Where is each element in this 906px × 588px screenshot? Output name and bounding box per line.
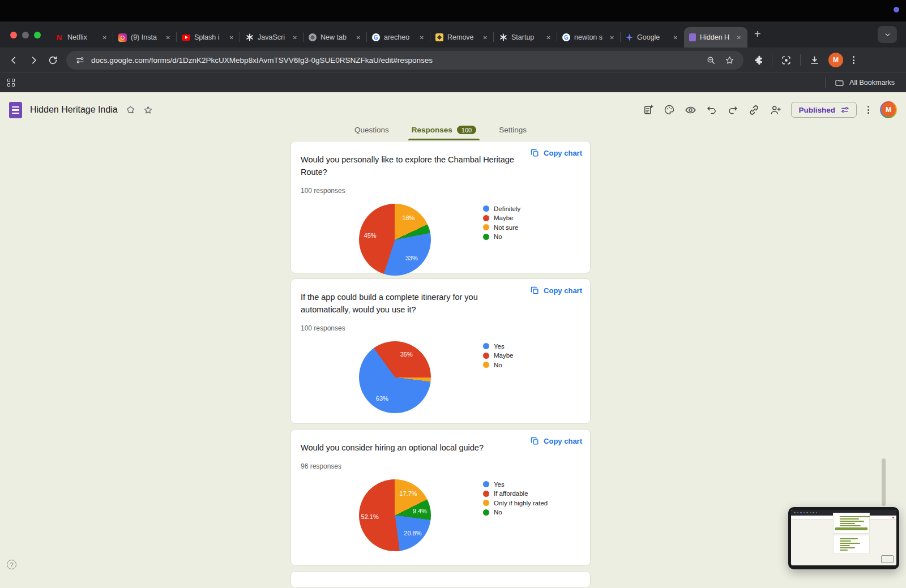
browser-tab-arecheo[interactable]: Garecheo✕: [367, 27, 430, 48]
copy-chart-button[interactable]: Copy chart: [530, 436, 582, 446]
tab-close-button[interactable]: ✕: [101, 33, 108, 42]
close-window-button[interactable]: [10, 32, 17, 38]
chart-legend: YesIf affordableOnly if highly ratedNo: [483, 481, 548, 551]
add-ons-button[interactable]: [643, 104, 654, 115]
tab-settings[interactable]: Settings: [498, 119, 528, 140]
forms-header-actions: Published M: [643, 101, 897, 118]
legend-label: No: [494, 509, 502, 516]
browser-tab-javascri[interactable]: JavaScri✕: [240, 27, 304, 48]
tab-close-button[interactable]: ✕: [736, 33, 742, 42]
legend-item: No: [483, 362, 514, 368]
screen-share-preview-window[interactable]: [788, 507, 899, 569]
move-to-folder-button[interactable]: [126, 105, 135, 115]
bookmark-star-button[interactable]: [725, 55, 734, 65]
browser-tab-netflix[interactable]: NNetflix✕: [50, 27, 113, 48]
browser-tab-bar: NNetflix✕(9) Insta✕Splash i✕JavaScri✕New…: [0, 22, 906, 48]
chart-row: 17.7%9.4%20.8%52.1% YesIf affordableOnly…: [301, 479, 581, 551]
legend-item: Yes: [483, 481, 548, 488]
help-button[interactable]: ?: [7, 560, 16, 569]
zoom-window-button[interactable]: [34, 32, 41, 38]
redo-button[interactable]: [727, 104, 738, 115]
apps-grid-button[interactable]: [7, 79, 15, 87]
tab-label: New tab: [320, 33, 353, 41]
site-info-icon[interactable]: [75, 55, 85, 65]
tab-close-button[interactable]: ✕: [228, 33, 235, 42]
google-forms-logo-icon[interactable]: [9, 102, 22, 118]
preview-record-dot: [892, 517, 894, 518]
back-button[interactable]: [8, 54, 20, 66]
url-bar[interactable]: docs.google.com/forms/d/1DznK2PkcUXMebp8…: [66, 51, 743, 70]
chevron-down-icon: [884, 31, 891, 38]
legend-color-dot: [483, 234, 489, 240]
tab-label: Remove: [447, 33, 480, 41]
legend-item: No: [483, 509, 548, 516]
add-collaborators-button[interactable]: [770, 104, 781, 116]
tab-label: Hidden H: [700, 33, 733, 41]
tab-close-button[interactable]: ✕: [355, 33, 362, 42]
tab-responses[interactable]: Responses 100: [411, 119, 477, 140]
response-chart-card: Copy chart Would you personally like to …: [290, 141, 591, 273]
forward-button[interactable]: [28, 54, 40, 66]
pie-slice-percentage: 52.1%: [361, 513, 379, 520]
browser-tab-newton-s[interactable]: Gnewton s✕: [557, 27, 621, 48]
tab-close-button[interactable]: ✕: [165, 33, 172, 42]
copy-chart-button[interactable]: Copy chart: [530, 286, 582, 295]
browser-tab-hidden-h[interactable]: Hidden H✕: [684, 27, 747, 48]
tab-close-button[interactable]: ✕: [418, 33, 425, 42]
instagram-favicon-icon: [118, 33, 127, 42]
tab-questions-label: Questions: [354, 126, 389, 134]
bookmarks-divider: [825, 78, 826, 88]
tab-label: Google: [637, 33, 670, 41]
account-avatar[interactable]: M: [880, 101, 897, 118]
extensions-button[interactable]: [753, 55, 763, 66]
undo-button[interactable]: [706, 104, 717, 115]
tab-close-button[interactable]: ✕: [482, 33, 489, 42]
tab-settings-label: Settings: [499, 126, 527, 134]
document-plus-icon: [643, 104, 654, 115]
forms-more-menu-button[interactable]: [866, 105, 870, 115]
preview-content-column: [833, 513, 870, 555]
downloads-button[interactable]: [809, 55, 820, 66]
screen-capture-button[interactable]: [781, 55, 792, 66]
browser-tab-remove[interactable]: Remove✕: [430, 27, 494, 48]
browser-profile-avatar[interactable]: M: [828, 53, 843, 67]
new-tab-button[interactable]: +: [754, 28, 761, 40]
customize-theme-button[interactable]: [664, 104, 675, 115]
legend-color-dot: [483, 362, 489, 368]
zoom-page-button[interactable]: [706, 55, 716, 65]
copy-link-button[interactable]: [748, 104, 760, 116]
form-title[interactable]: Hidden Heritage India: [30, 105, 118, 115]
all-bookmarks-button[interactable]: All Bookmarks: [825, 78, 895, 88]
browser-tab-new-tab[interactable]: New tab✕: [304, 27, 367, 48]
responses-card-list: Copy chart Would you personally like to …: [0, 141, 881, 588]
browser-tab-9-insta[interactable]: (9) Insta✕: [113, 27, 177, 48]
response-chart-card: Copy chart If the app could build a comp…: [290, 278, 591, 424]
response-chart-card: Copy chart Would you consider hiring an …: [290, 429, 591, 566]
tab-close-button[interactable]: ✕: [672, 33, 679, 42]
browser-menu-button[interactable]: [852, 55, 856, 65]
scrollbar-thumb[interactable]: [882, 458, 886, 506]
minimize-window-button[interactable]: [22, 32, 29, 38]
copy-chart-button[interactable]: Copy chart: [530, 148, 582, 158]
published-button[interactable]: Published: [791, 102, 857, 118]
tab-close-button[interactable]: ✕: [545, 33, 552, 42]
pie-slice-percentage: 18%: [402, 214, 414, 221]
legend-label: No: [494, 362, 502, 368]
legend-color-dot: [483, 353, 489, 359]
preview-button[interactable]: [685, 104, 696, 116]
pie-slice-percentage: 9.4%: [413, 508, 427, 514]
tab-search-chevron-button[interactable]: [878, 26, 897, 43]
link-icon: [748, 104, 760, 116]
browser-tab-startup[interactable]: Startup✕: [494, 27, 557, 48]
google-favicon-icon: G: [562, 33, 570, 41]
tab-questions[interactable]: Questions: [353, 119, 390, 140]
reload-button[interactable]: [48, 55, 58, 66]
star-form-button[interactable]: [143, 105, 153, 115]
tab-close-button[interactable]: ✕: [609, 33, 616, 42]
palette-icon: [664, 104, 675, 115]
browser-tab-google[interactable]: Google✕: [621, 27, 684, 48]
browser-tab-splash-i[interactable]: Splash i✕: [177, 27, 240, 48]
tab-close-button[interactable]: ✕: [292, 33, 298, 42]
openai-favicon-icon: [499, 33, 507, 42]
pie-slice-percentage: 45%: [364, 232, 377, 239]
